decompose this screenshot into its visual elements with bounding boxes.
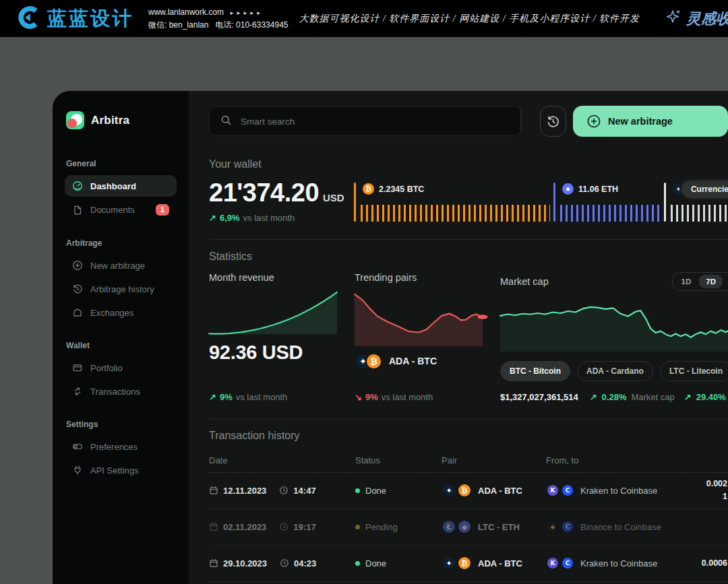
site-url[interactable]: www.lanlanwork.com (148, 7, 224, 17)
app-logo[interactable]: Arbitra (66, 111, 177, 129)
wallet-delta: 6,9% (220, 213, 240, 223)
sidebar-item-documents[interactable]: Documents 1 (65, 199, 177, 221)
services-nav[interactable]: 大数据可视化设计 / 软件界面设计 / 网站建设 / 手机及小程序设计 / 软件… (299, 13, 640, 25)
transaction-history-title: Transaction history (209, 430, 728, 442)
pill-ltc-litecoin[interactable]: LTC - Litecoin (660, 361, 728, 381)
market-cap-chart (500, 300, 728, 352)
kraken-icon: K (546, 556, 559, 570)
wallet-title: Your wallet (209, 158, 728, 170)
wallet-segment-eth[interactable]: ◆11.06 ETH (553, 183, 664, 222)
sidebar-item-exchanges[interactable]: Exchanges (65, 302, 177, 323)
wallet-view-toggle: Currencies Exchanges (679, 179, 728, 200)
calendar-icon (209, 486, 218, 495)
range-1m[interactable]: 1M (724, 275, 728, 288)
search-icon (220, 115, 232, 129)
lanlan-brand[interactable]: 蓝蓝设计 (18, 5, 133, 32)
brand-name: 蓝蓝设计 (47, 5, 133, 32)
status-dot-done (355, 488, 360, 493)
btc-stripes (361, 205, 550, 222)
month-revenue-label: Month revenue (209, 272, 274, 283)
clock-icon (279, 486, 289, 495)
nav-section-arbitrage: Arbitrage (66, 238, 175, 248)
trending-pairs-label: Trending pairs (355, 272, 417, 283)
eth-coin-icon: ◆ (457, 519, 472, 534)
range-7d[interactable]: 7D (699, 275, 723, 288)
sidebar-item-transactions[interactable]: Transactions (65, 381, 177, 402)
table-row[interactable]: 29.10.2023 04:23 Done ✦ ₿ ADA - BTC K C … (209, 546, 728, 582)
history-icon (72, 284, 83, 294)
nav-section-wallet: Wallet (66, 341, 175, 350)
trending-pairs-chart (355, 291, 483, 346)
sidebar-item-new-arbitrage[interactable]: New arbitrage (65, 255, 177, 276)
trend-up-icon: ↗ (684, 392, 692, 402)
history-button[interactable] (540, 106, 566, 137)
sidebar-item-portfolio[interactable]: Portfolio (65, 357, 177, 379)
plug-icon (72, 465, 83, 476)
main-content: New arbitrage Your wallet 21'374.20USD ↗… (189, 91, 728, 584)
toggle-icon (72, 441, 83, 452)
plus-circle-icon (72, 260, 83, 271)
month-revenue-card: Month revenue 92.36 USD ↗ 9% vs last mon… (209, 272, 337, 402)
arbitra-app-window: Arbitra General Dashboard Documents 1 Ar… (53, 91, 728, 584)
ada-coin-icon: ✦ (442, 556, 456, 571)
sidebar-item-api-settings[interactable]: API Settings (65, 459, 177, 481)
amount-cell: 0.002 1 (674, 478, 728, 504)
wallet-segment-btc[interactable]: ₿2.2345 BTC (354, 183, 553, 222)
month-revenue-value: 92.36 USD (209, 342, 337, 364)
market-cap-card: Market cap 1D 7D 1M BTC - Bitcoin ADA - … (500, 272, 728, 402)
sidebar-item-arbitrage-history[interactable]: Arbitrage history (65, 278, 177, 300)
clock-icon (279, 522, 289, 531)
kraken-icon: K (546, 484, 559, 497)
document-icon (72, 205, 83, 216)
btc-coin-icon: ₿ (457, 483, 472, 498)
sidebar-item-preferences[interactable]: Preferences (65, 436, 177, 457)
topbar-divider (521, 108, 522, 134)
pill-ada-cardano[interactable]: ADA - Cardano (577, 361, 653, 381)
coinbase-icon: C (561, 520, 574, 533)
status-text: Done (365, 558, 386, 569)
statistics-section: Statistics Month revenue 92.36 USD ↗ 9% … (209, 240, 728, 419)
sidebar: Arbitra General Dashboard Documents 1 Ar… (53, 91, 189, 584)
range-1d[interactable]: 1D (675, 275, 698, 288)
table-row[interactable]: 12.11.2023 14:47 Done ✦ ₿ ADA - BTC K C … (209, 473, 728, 509)
wallet-section: Your wallet 21'374.20USD ↗ 6,9% vs last … (209, 145, 728, 240)
calendar-icon (209, 522, 218, 531)
market-cap-label: Market cap (500, 276, 549, 287)
amount-cell: 0.0006 (674, 557, 728, 570)
phone-label: 电话: 010-63334945 (215, 20, 288, 30)
wallet-amount: 21'374.20 (209, 179, 319, 207)
toggle-currencies[interactable]: Currencies (681, 181, 728, 198)
trend-up-icon: ↗ (209, 213, 216, 223)
table-row[interactable]: 02.11.2023 19:17 Pending Ł ◆ LTC - ETH ◆… (209, 509, 728, 546)
inspiration-collect-button[interactable]: 灵感收集 (665, 9, 728, 29)
range-toggle: 1D 7D 1M (672, 272, 728, 291)
swap-arrows-icon (72, 386, 83, 397)
wallet-currency: USD (323, 192, 344, 203)
topbar: New arbitrage (209, 106, 728, 137)
wechat-label: 微信: ben_lanlan (148, 20, 208, 30)
app-name: Arbitra (91, 114, 129, 127)
binance-icon: ◆ (546, 520, 559, 533)
table-header: Date Status Pair From, to (209, 451, 728, 473)
trend-up-icon: ↗ (590, 392, 597, 402)
wallet-balance: 21'374.20USD ↗ 6,9% vs last month (209, 180, 354, 223)
coinbase-icon: C (561, 556, 574, 570)
pill-btc-bitcoin[interactable]: BTC - Bitcoin (500, 361, 570, 381)
status-dot-pending (355, 525, 360, 529)
transaction-history-section: Transaction history Date Status Pair Fro… (209, 419, 728, 582)
market-cap-value: $1,327,027,361,514 (500, 392, 578, 402)
sidebar-item-dashboard[interactable]: Dashboard (65, 175, 177, 197)
arbitra-logo-icon (66, 111, 84, 129)
search-bar[interactable] (209, 106, 521, 136)
new-arbitrage-button[interactable]: New arbitrage (573, 106, 728, 137)
trending-pair-name: ADA - BTC (389, 356, 437, 366)
ada-stripes (671, 205, 728, 222)
search-input[interactable] (239, 116, 510, 127)
col-from-to: From, to (546, 455, 674, 465)
plus-circle-icon (586, 114, 601, 129)
wallet-delta-note: vs last month (243, 213, 295, 223)
contact-info: www.lanlanwork.com►►►►► 微信: ben_lanlan 电… (148, 6, 288, 31)
segment-marker (553, 183, 555, 222)
coin-pills: BTC - Bitcoin ADA - Cardano LTC - Liteco… (500, 361, 728, 381)
coinbase-icon: C (561, 484, 574, 497)
